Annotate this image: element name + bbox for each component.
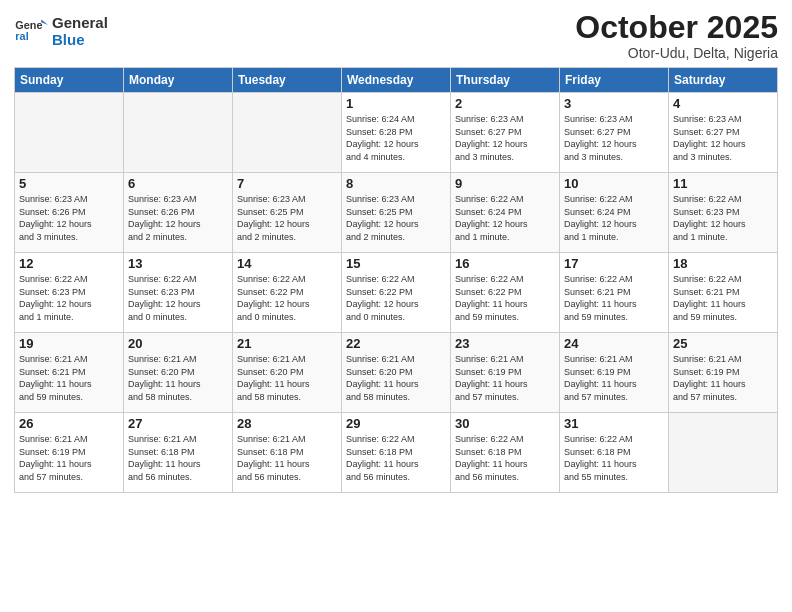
calendar-cell: 11Sunrise: 6:22 AM Sunset: 6:23 PM Dayli… <box>669 173 778 253</box>
calendar-cell: 19Sunrise: 6:21 AM Sunset: 6:21 PM Dayli… <box>15 333 124 413</box>
day-number: 31 <box>564 416 664 431</box>
day-number: 19 <box>19 336 119 351</box>
calendar-cell: 5Sunrise: 6:23 AM Sunset: 6:26 PM Daylig… <box>15 173 124 253</box>
day-info: Sunrise: 6:23 AM Sunset: 6:25 PM Dayligh… <box>346 193 446 243</box>
day-info: Sunrise: 6:22 AM Sunset: 6:22 PM Dayligh… <box>346 273 446 323</box>
day-info: Sunrise: 6:21 AM Sunset: 6:20 PM Dayligh… <box>237 353 337 403</box>
day-number: 9 <box>455 176 555 191</box>
calendar-cell: 17Sunrise: 6:22 AM Sunset: 6:21 PM Dayli… <box>560 253 669 333</box>
calendar-cell: 8Sunrise: 6:23 AM Sunset: 6:25 PM Daylig… <box>342 173 451 253</box>
calendar-cell: 26Sunrise: 6:21 AM Sunset: 6:19 PM Dayli… <box>15 413 124 493</box>
day-info: Sunrise: 6:23 AM Sunset: 6:27 PM Dayligh… <box>455 113 555 163</box>
day-number: 12 <box>19 256 119 271</box>
calendar: SundayMondayTuesdayWednesdayThursdayFrid… <box>14 67 778 493</box>
day-info: Sunrise: 6:22 AM Sunset: 6:21 PM Dayligh… <box>564 273 664 323</box>
logo-icon: Gene ral <box>14 14 48 48</box>
day-info: Sunrise: 6:21 AM Sunset: 6:19 PM Dayligh… <box>564 353 664 403</box>
day-number: 3 <box>564 96 664 111</box>
calendar-week-row: 5Sunrise: 6:23 AM Sunset: 6:26 PM Daylig… <box>15 173 778 253</box>
day-number: 21 <box>237 336 337 351</box>
day-number: 1 <box>346 96 446 111</box>
calendar-cell: 4Sunrise: 6:23 AM Sunset: 6:27 PM Daylig… <box>669 93 778 173</box>
col-header-friday: Friday <box>560 68 669 93</box>
calendar-cell: 14Sunrise: 6:22 AM Sunset: 6:22 PM Dayli… <box>233 253 342 333</box>
day-info: Sunrise: 6:22 AM Sunset: 6:24 PM Dayligh… <box>455 193 555 243</box>
calendar-cell: 30Sunrise: 6:22 AM Sunset: 6:18 PM Dayli… <box>451 413 560 493</box>
calendar-cell <box>233 93 342 173</box>
svg-text:ral: ral <box>15 30 28 42</box>
calendar-cell: 21Sunrise: 6:21 AM Sunset: 6:20 PM Dayli… <box>233 333 342 413</box>
calendar-cell: 16Sunrise: 6:22 AM Sunset: 6:22 PM Dayli… <box>451 253 560 333</box>
day-info: Sunrise: 6:21 AM Sunset: 6:21 PM Dayligh… <box>19 353 119 403</box>
calendar-cell <box>124 93 233 173</box>
calendar-cell: 20Sunrise: 6:21 AM Sunset: 6:20 PM Dayli… <box>124 333 233 413</box>
day-number: 6 <box>128 176 228 191</box>
header: Gene ral General Blue October 2025 Otor-… <box>14 10 778 61</box>
calendar-cell: 9Sunrise: 6:22 AM Sunset: 6:24 PM Daylig… <box>451 173 560 253</box>
logo-blue: Blue <box>52 31 108 48</box>
day-info: Sunrise: 6:22 AM Sunset: 6:24 PM Dayligh… <box>564 193 664 243</box>
svg-text:Gene: Gene <box>15 19 42 31</box>
calendar-cell: 13Sunrise: 6:22 AM Sunset: 6:23 PM Dayli… <box>124 253 233 333</box>
day-info: Sunrise: 6:22 AM Sunset: 6:23 PM Dayligh… <box>128 273 228 323</box>
calendar-cell: 25Sunrise: 6:21 AM Sunset: 6:19 PM Dayli… <box>669 333 778 413</box>
calendar-cell: 27Sunrise: 6:21 AM Sunset: 6:18 PM Dayli… <box>124 413 233 493</box>
day-number: 23 <box>455 336 555 351</box>
day-number: 26 <box>19 416 119 431</box>
day-info: Sunrise: 6:23 AM Sunset: 6:26 PM Dayligh… <box>19 193 119 243</box>
calendar-cell: 22Sunrise: 6:21 AM Sunset: 6:20 PM Dayli… <box>342 333 451 413</box>
day-info: Sunrise: 6:23 AM Sunset: 6:25 PM Dayligh… <box>237 193 337 243</box>
day-number: 18 <box>673 256 773 271</box>
day-info: Sunrise: 6:23 AM Sunset: 6:27 PM Dayligh… <box>564 113 664 163</box>
calendar-week-row: 26Sunrise: 6:21 AM Sunset: 6:19 PM Dayli… <box>15 413 778 493</box>
day-info: Sunrise: 6:21 AM Sunset: 6:18 PM Dayligh… <box>128 433 228 483</box>
day-info: Sunrise: 6:22 AM Sunset: 6:23 PM Dayligh… <box>673 193 773 243</box>
day-info: Sunrise: 6:22 AM Sunset: 6:22 PM Dayligh… <box>237 273 337 323</box>
day-number: 8 <box>346 176 446 191</box>
day-number: 13 <box>128 256 228 271</box>
calendar-cell: 28Sunrise: 6:21 AM Sunset: 6:18 PM Dayli… <box>233 413 342 493</box>
calendar-week-row: 12Sunrise: 6:22 AM Sunset: 6:23 PM Dayli… <box>15 253 778 333</box>
day-number: 5 <box>19 176 119 191</box>
calendar-cell: 29Sunrise: 6:22 AM Sunset: 6:18 PM Dayli… <box>342 413 451 493</box>
col-header-saturday: Saturday <box>669 68 778 93</box>
day-number: 25 <box>673 336 773 351</box>
calendar-cell: 3Sunrise: 6:23 AM Sunset: 6:27 PM Daylig… <box>560 93 669 173</box>
day-number: 20 <box>128 336 228 351</box>
day-info: Sunrise: 6:23 AM Sunset: 6:26 PM Dayligh… <box>128 193 228 243</box>
col-header-thursday: Thursday <box>451 68 560 93</box>
day-info: Sunrise: 6:22 AM Sunset: 6:22 PM Dayligh… <box>455 273 555 323</box>
calendar-cell: 24Sunrise: 6:21 AM Sunset: 6:19 PM Dayli… <box>560 333 669 413</box>
calendar-week-row: 1Sunrise: 6:24 AM Sunset: 6:28 PM Daylig… <box>15 93 778 173</box>
col-header-tuesday: Tuesday <box>233 68 342 93</box>
calendar-cell: 7Sunrise: 6:23 AM Sunset: 6:25 PM Daylig… <box>233 173 342 253</box>
day-number: 24 <box>564 336 664 351</box>
calendar-cell: 23Sunrise: 6:21 AM Sunset: 6:19 PM Dayli… <box>451 333 560 413</box>
day-number: 2 <box>455 96 555 111</box>
day-number: 27 <box>128 416 228 431</box>
logo: Gene ral General Blue <box>14 14 108 49</box>
day-info: Sunrise: 6:21 AM Sunset: 6:18 PM Dayligh… <box>237 433 337 483</box>
day-info: Sunrise: 6:21 AM Sunset: 6:19 PM Dayligh… <box>673 353 773 403</box>
day-info: Sunrise: 6:21 AM Sunset: 6:20 PM Dayligh… <box>128 353 228 403</box>
day-number: 14 <box>237 256 337 271</box>
day-number: 28 <box>237 416 337 431</box>
col-header-wednesday: Wednesday <box>342 68 451 93</box>
calendar-cell: 18Sunrise: 6:22 AM Sunset: 6:21 PM Dayli… <box>669 253 778 333</box>
calendar-cell <box>15 93 124 173</box>
day-number: 7 <box>237 176 337 191</box>
day-number: 10 <box>564 176 664 191</box>
day-info: Sunrise: 6:22 AM Sunset: 6:18 PM Dayligh… <box>346 433 446 483</box>
logo-general: General <box>52 14 108 31</box>
calendar-cell: 12Sunrise: 6:22 AM Sunset: 6:23 PM Dayli… <box>15 253 124 333</box>
day-number: 30 <box>455 416 555 431</box>
day-info: Sunrise: 6:21 AM Sunset: 6:20 PM Dayligh… <box>346 353 446 403</box>
calendar-header-row: SundayMondayTuesdayWednesdayThursdayFrid… <box>15 68 778 93</box>
day-number: 22 <box>346 336 446 351</box>
day-number: 16 <box>455 256 555 271</box>
calendar-cell: 1Sunrise: 6:24 AM Sunset: 6:28 PM Daylig… <box>342 93 451 173</box>
day-info: Sunrise: 6:21 AM Sunset: 6:19 PM Dayligh… <box>19 433 119 483</box>
calendar-cell <box>669 413 778 493</box>
day-number: 29 <box>346 416 446 431</box>
day-number: 11 <box>673 176 773 191</box>
